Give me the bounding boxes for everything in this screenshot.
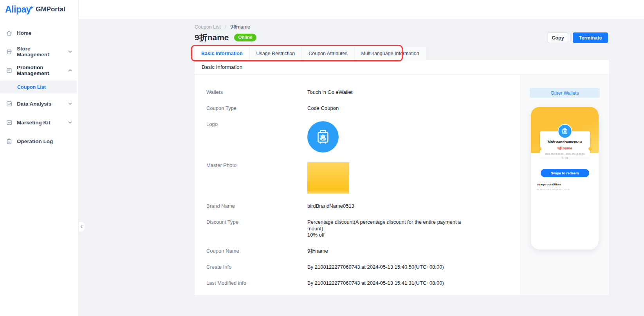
coupon-ticket: 惠 birdBrandName0513 9折name 2024-05-13 00… (540, 131, 590, 158)
basic-information-panel: Basic Information Wallets Touch 'n Go eW… (195, 60, 609, 295)
breadcrumb-current: 9折name (230, 24, 250, 30)
svg-text:惠: 惠 (319, 134, 326, 141)
copy-button[interactable]: Copy (548, 32, 568, 43)
field-label: Discount Type (206, 219, 307, 239)
alipay-logo-text: Alipay+ (5, 4, 33, 15)
field-master-photo: Master Photo (206, 162, 520, 194)
sidebar: Alipay+ GMPortal Home Store Management (0, 0, 79, 316)
field-value: Percentage discount(A percentage discoun… (307, 219, 461, 239)
suitcase-icon: 惠 (314, 128, 332, 146)
usage-condition-text: cv cc v cvv c vv cv ccv vcv c (537, 188, 570, 190)
preview-threshold: 无门槛 (540, 156, 590, 160)
sidebar-item-label: Operation Log (17, 138, 73, 144)
field-label: Create Info (206, 264, 307, 270)
field-label: Master Photo (206, 162, 307, 194)
sidebar-item-coupon-list[interactable]: Coupon List (0, 81, 77, 93)
sidebar-item-label: Promotion Management (17, 65, 63, 76)
brand-logo: Alipay+ GMPortal (0, 0, 78, 19)
suitcase-icon: 惠 (561, 127, 569, 135)
chevron-left-icon (80, 225, 83, 228)
field-coupon-name: Coupon Name 9折name (206, 248, 520, 254)
sidebar-item-label: Data Analysis (17, 101, 63, 107)
chevron-up-icon (67, 68, 73, 73)
preview-validity: 2024-05-13 00:00 – 2024-05-15 23:59 (540, 153, 590, 155)
status-badge: Online (234, 34, 257, 41)
sidebar-nav: Home Store Management Promotion Manageme… (0, 23, 78, 151)
breadcrumb: Coupon List / 9折name (195, 24, 250, 31)
clipboard-icon (6, 138, 13, 145)
tab-coupon-attributes[interactable]: Coupon Attributes (302, 47, 354, 60)
preview-coupon-name: 9折name (540, 146, 590, 151)
terminate-button[interactable]: Terminate (573, 32, 608, 43)
header-actions: Copy Terminate (548, 32, 608, 43)
tab-usage-restriction[interactable]: Usage Restriction (250, 47, 302, 60)
field-wallets: Wallets Touch 'n Go eWallet (206, 89, 520, 95)
field-label: Coupon Type (206, 105, 307, 111)
brand-logo-image: 惠 (307, 121, 339, 153)
sidebar-item-label: Home (17, 30, 73, 36)
breadcrumb-separator: / (225, 24, 226, 30)
tab-basic-information[interactable]: Basic Information (195, 47, 250, 60)
field-value: birdBrandName0513 (307, 203, 354, 209)
sidebar-item-marketing-kit[interactable]: Marketing Kit (0, 113, 78, 132)
field-label: Brand Name (206, 203, 307, 209)
field-label: Last Modified info (206, 280, 307, 286)
sidebar-item-data-analysis[interactable]: Data Analysis (0, 94, 78, 113)
app-window: Alipay+ GMPortal Home Store Management (0, 0, 644, 316)
usage-condition-title: usage condition (537, 183, 561, 186)
field-label: Wallets (206, 89, 307, 95)
ticket-notch-left (538, 147, 541, 151)
coupon-brand-logo: 惠 (557, 124, 572, 138)
alipay-plus-icon: + (30, 4, 33, 11)
sidebar-item-label: Coupon List (17, 84, 46, 90)
coupon-preview-column: Other Wallets 惠 birdBrandName0513 9折nam (520, 75, 609, 295)
sidebar-item-label: Marketing Kit (17, 120, 63, 126)
ticket-notch-right (588, 147, 592, 151)
field-coupon-type: Coupon Type Code Coupon (206, 105, 520, 111)
field-value: 9折name (307, 248, 328, 254)
marketing-icon (6, 119, 13, 126)
coupon-icon (6, 67, 13, 74)
field-last-modified-info: Last Modified info By 2108122277060743 a… (206, 280, 520, 286)
chevron-down-icon (67, 49, 73, 54)
sidebar-item-store-management[interactable]: Store Management (0, 42, 78, 61)
top-bar (79, 0, 644, 18)
page-title: 9折name (195, 32, 229, 43)
sidebar-item-promotion-management[interactable]: Promotion Management (0, 61, 78, 80)
coupon-preview-card: 惠 birdBrandName0513 9折name 2024-05-13 00… (531, 107, 599, 250)
field-value: Code Coupon (307, 105, 339, 111)
field-discount-type: Discount Type Percentage discount(A perc… (206, 219, 520, 239)
field-label: Coupon Name (206, 248, 307, 254)
detail-form: Wallets Touch 'n Go eWallet Coupon Type … (195, 75, 520, 295)
field-value: By 2108122277060743 at 2024-05-13 15:41:… (307, 280, 444, 286)
svg-text:惠: 惠 (563, 130, 566, 133)
master-photo-image (307, 162, 349, 194)
field-brand-name: Brand Name birdBrandName0513 (206, 203, 520, 209)
section-title: Basic Information (195, 60, 609, 75)
field-create-info: Create Info By 2108122277060743 at 2024-… (206, 264, 520, 270)
home-icon (6, 30, 13, 36)
field-value: Touch 'n Go eWallet (307, 89, 352, 95)
page-header: 9折name Online (195, 32, 256, 43)
sidebar-collapse-handle[interactable] (79, 221, 85, 232)
sidebar-item-label: Store Management (17, 46, 63, 57)
field-logo: Logo 惠 (206, 121, 520, 153)
store-icon (6, 48, 13, 55)
chevron-down-icon (67, 101, 73, 106)
chevron-down-icon (67, 120, 73, 125)
tab-multi-language-information[interactable]: Multi-language Information (355, 47, 426, 60)
product-name: GMPortal (36, 5, 65, 13)
chart-icon (6, 101, 13, 107)
sidebar-item-operation-log[interactable]: Operation Log (0, 132, 78, 151)
tab-bar: Basic Information Usage Restriction Coup… (195, 47, 426, 60)
sidebar-item-home[interactable]: Home (0, 23, 78, 42)
field-value: By 2108122277060743 at 2024-05-13 15:40:… (307, 264, 444, 270)
breadcrumb-coupon-list[interactable]: Coupon List (195, 24, 221, 30)
other-wallets-button[interactable]: Other Wallets (530, 88, 600, 98)
swipe-to-redeem-button: Swipe to redeem (541, 169, 589, 177)
field-label: Logo (206, 121, 307, 153)
